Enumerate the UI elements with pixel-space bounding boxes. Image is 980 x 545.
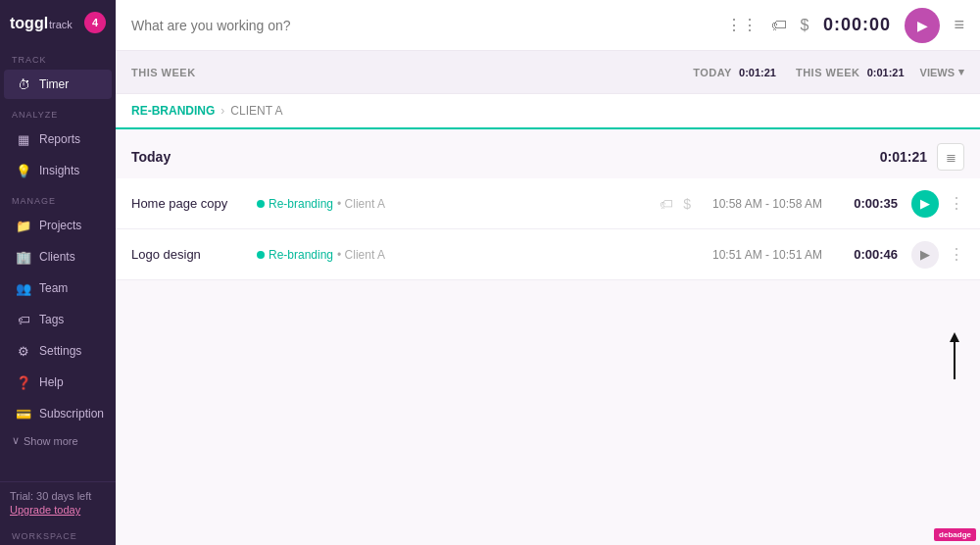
day-header: Today 0:01:21 ≣ bbox=[116, 129, 980, 178]
sidebar-item-projects-label: Projects bbox=[39, 219, 81, 232]
header-bar: ⋮⋮ 🏷 $ 0:00:00 ▶ ≡ bbox=[116, 0, 980, 51]
tags-icon: 🏷 bbox=[16, 312, 31, 327]
week-stat: THIS WEEK 0:01:21 bbox=[796, 67, 905, 78]
project-filter[interactable]: RE-BRANDING bbox=[131, 104, 215, 118]
sidebar-item-help[interactable]: ❓ Help bbox=[4, 368, 112, 397]
entry-description: Logo design bbox=[131, 247, 249, 262]
continue-entry-button[interactable]: ▶ bbox=[911, 241, 939, 269]
upgrade-link[interactable]: Upgrade today bbox=[10, 504, 106, 516]
sidebar-item-clients[interactable]: 🏢 Clients bbox=[4, 242, 112, 272]
sidebar-item-timer[interactable]: ⏱ Timer bbox=[4, 70, 112, 99]
views-label: VIEWS bbox=[920, 67, 955, 78]
team-icon: 👥 bbox=[16, 280, 31, 296]
this-week-value: 0:01:21 bbox=[867, 67, 905, 78]
notification-icon: 4 bbox=[84, 12, 106, 33]
project-name: Re-branding bbox=[269, 197, 333, 211]
entry-more-options[interactable]: ⋮ bbox=[949, 194, 964, 213]
analyze-section-label: ANALYZE bbox=[0, 100, 116, 124]
project-color-dot bbox=[257, 200, 265, 208]
arrow-annotation bbox=[943, 330, 966, 388]
toggl-badge: debadge bbox=[934, 523, 976, 541]
dollar-icon[interactable]: $ bbox=[801, 17, 809, 34]
continue-entry-button[interactable]: ▶ bbox=[911, 190, 939, 218]
sidebar-item-settings-label: Settings bbox=[39, 344, 81, 358]
today-stat: TODAY 0:01:21 bbox=[693, 67, 776, 78]
sidebar-item-tags-label: Tags bbox=[39, 313, 64, 326]
week-label: THIS WEEK bbox=[131, 67, 196, 78]
more-options-icon[interactable]: ≡ bbox=[954, 15, 964, 35]
sidebar-item-insights-label: Insights bbox=[39, 164, 79, 177]
day-label: Today bbox=[131, 149, 171, 165]
entry-time-range: 10:51 AM - 10:51 AM bbox=[699, 248, 836, 262]
entry-client: • Client A bbox=[337, 248, 385, 262]
sidebar-item-subscription-label: Subscription bbox=[39, 407, 104, 421]
client-filter[interactable]: CLIENT A bbox=[230, 104, 282, 118]
sidebar-item-settings[interactable]: ⚙ Settings bbox=[4, 336, 112, 366]
settings-icon: ⚙ bbox=[16, 343, 31, 359]
entry-client: • Client A bbox=[337, 197, 385, 211]
svg-marker-3 bbox=[950, 332, 959, 342]
project-name: Re-branding bbox=[269, 248, 333, 262]
sidebar-item-team-label: Team bbox=[39, 281, 68, 295]
clients-icon: 🏢 bbox=[16, 249, 31, 265]
entry-dollar-icon[interactable]: $ bbox=[683, 196, 691, 212]
sidebar-item-projects[interactable]: 📁 Projects bbox=[4, 211, 112, 240]
svg-text:toggl: toggl bbox=[10, 15, 48, 31]
logo-area: toggl track 4 bbox=[0, 0, 116, 45]
filter-bar: RE-BRANDING › CLIENT A bbox=[116, 94, 980, 129]
start-timer-button[interactable]: ▶ bbox=[905, 8, 940, 43]
entry-duration: 0:00:46 bbox=[844, 247, 898, 262]
show-more-label: Show more bbox=[24, 435, 78, 447]
week-stats: TODAY 0:01:21 THIS WEEK 0:01:21 bbox=[693, 67, 904, 78]
time-entry-input[interactable] bbox=[131, 18, 718, 33]
tag-icon[interactable]: 🏷 bbox=[771, 17, 787, 34]
sidebar-item-insights[interactable]: 💡 Insights bbox=[4, 156, 112, 185]
sidebar-item-subscription[interactable]: 💳 Subscription bbox=[4, 399, 112, 428]
time-entry-row: Logo design Re-branding • Client A 10:51… bbox=[116, 229, 980, 280]
sidebar-item-timer-label: Timer bbox=[39, 77, 69, 91]
toggl-logo: toggl track bbox=[10, 12, 78, 33]
views-button[interactable]: VIEWS ▾ bbox=[920, 66, 964, 78]
chevron-down-icon: ∨ bbox=[12, 434, 20, 447]
sidebar-item-reports[interactable]: ▦ Reports bbox=[4, 124, 112, 154]
main-content: ⋮⋮ 🏷 $ 0:00:00 ▶ ≡ THIS WEEK TODAY 0:01:… bbox=[116, 0, 980, 545]
sidebar-item-team[interactable]: 👥 Team bbox=[4, 273, 112, 303]
projects-icon: 📁 bbox=[16, 218, 31, 233]
manage-section-label: MANAGE bbox=[0, 186, 116, 210]
sidebar-item-tags[interactable]: 🏷 Tags bbox=[4, 305, 112, 334]
today-value: 0:01:21 bbox=[739, 67, 776, 78]
header-icons: ⋮⋮ 🏷 $ 0:00:00 ▶ ≡ bbox=[726, 8, 964, 43]
subscription-icon: 💳 bbox=[16, 406, 31, 421]
svg-text:track: track bbox=[49, 19, 73, 30]
entry-more-options[interactable]: ⋮ bbox=[949, 245, 964, 264]
content-area: Today 0:01:21 ≣ Home page copy Re-brandi… bbox=[116, 129, 980, 545]
track-section-label: TRACK bbox=[0, 45, 116, 69]
week-summary-bar: THIS WEEK TODAY 0:01:21 THIS WEEK 0:01:2… bbox=[116, 51, 980, 94]
reports-icon: ▦ bbox=[16, 131, 31, 147]
entry-time-range: 10:58 AM - 10:58 AM bbox=[699, 197, 836, 211]
insights-icon: 💡 bbox=[16, 163, 31, 178]
trial-text: Trial: 30 days left bbox=[10, 490, 91, 502]
sidebar: toggl track 4 TRACK ⏱ Timer ANALYZE ▦ Re… bbox=[0, 0, 116, 545]
time-entry-row: Home page copy Re-branding • Client A 🏷 … bbox=[116, 178, 980, 229]
sidebar-item-help-label: Help bbox=[39, 375, 64, 389]
trial-info: Trial: 30 days left Upgrade today bbox=[0, 481, 116, 523]
list-view-icon[interactable]: ≣ bbox=[937, 143, 964, 171]
entry-project[interactable]: Re-branding • Client A bbox=[257, 248, 385, 262]
sidebar-item-reports-label: Reports bbox=[39, 132, 80, 146]
help-icon: ❓ bbox=[16, 374, 31, 390]
this-week-label: THIS WEEK bbox=[796, 67, 860, 78]
filter-separator: › bbox=[220, 104, 224, 118]
entry-action-icons: 🏷 $ bbox=[660, 196, 691, 212]
show-more-button[interactable]: ∨ Show more bbox=[0, 429, 116, 452]
menu-grid-icon[interactable]: ⋮⋮ bbox=[726, 16, 758, 34]
today-label: TODAY bbox=[693, 67, 732, 78]
entry-tag-icon[interactable]: 🏷 bbox=[660, 196, 673, 212]
day-total: 0:01:21 bbox=[880, 149, 927, 165]
workspace-label: WORKSPACE bbox=[0, 523, 116, 545]
entry-description: Home page copy bbox=[131, 196, 249, 211]
entry-project[interactable]: Re-branding • Client A bbox=[257, 197, 385, 211]
timer-icon: ⏱ bbox=[16, 76, 31, 92]
project-color-dot bbox=[257, 251, 265, 259]
timer-counter: 0:00:00 bbox=[822, 15, 891, 35]
